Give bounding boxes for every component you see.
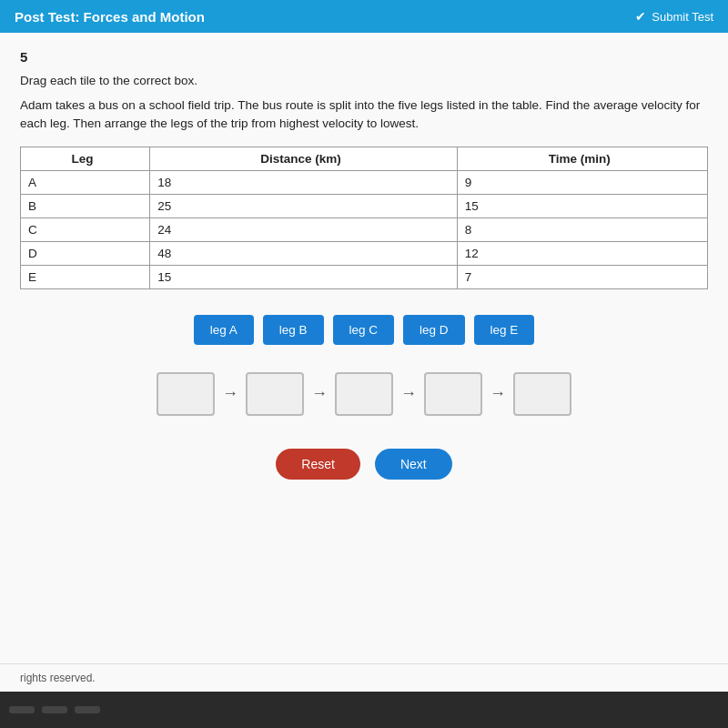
- question-number: 5: [20, 49, 708, 65]
- table-cell: C: [21, 217, 150, 241]
- page-title: Post Test: Forces and Motion: [15, 9, 205, 25]
- table-cell: 12: [457, 241, 707, 265]
- table-cell: 8: [457, 217, 707, 241]
- next-button[interactable]: Next: [375, 449, 452, 480]
- table-row: B2515: [21, 194, 708, 217]
- drop-zone-5[interactable]: [513, 372, 571, 416]
- table-cell: 25: [150, 194, 457, 217]
- submit-area: ✔ Submit Test: [635, 9, 713, 24]
- tile-legB[interactable]: leg B: [263, 315, 324, 345]
- col-header-distance: Distance (km): [150, 147, 457, 170]
- taskbar: [0, 692, 728, 728]
- table-row: A189: [21, 170, 708, 194]
- check-icon: ✔: [635, 9, 646, 24]
- footer-text: rights reserved.: [20, 672, 96, 684]
- col-header-time: Time (min): [457, 147, 707, 170]
- main-content: 5 Drag each tile to the correct box. Ada…: [0, 33, 728, 663]
- submit-label[interactable]: Submit Test: [652, 10, 713, 24]
- table-cell: 18: [150, 170, 457, 194]
- arrow-separator: →: [222, 384, 238, 403]
- table-cell: 15: [150, 265, 457, 288]
- arrow-separator: →: [400, 384, 417, 403]
- arrow-separator: →: [311, 384, 328, 403]
- tile-legA[interactable]: leg A: [194, 315, 254, 345]
- table-cell: 24: [150, 217, 457, 241]
- description-text: Adam takes a bus on a school field trip.…: [20, 96, 708, 134]
- taskbar-item-3[interactable]: [75, 706, 100, 713]
- col-header-leg: Leg: [21, 147, 150, 170]
- table-cell: A: [21, 170, 150, 194]
- table-row: E157: [21, 265, 708, 288]
- table-row: D4812: [21, 241, 708, 265]
- instruction-text: Drag each tile to the correct box.: [20, 74, 708, 87]
- drop-zone-2[interactable]: [246, 372, 304, 416]
- top-bar: Post Test: Forces and Motion ✔ Submit Te…: [0, 0, 728, 33]
- taskbar-item[interactable]: [9, 706, 35, 713]
- tile-legE[interactable]: leg E: [474, 315, 535, 345]
- reset-button[interactable]: Reset: [276, 449, 360, 480]
- drop-zone-3[interactable]: [335, 372, 393, 416]
- table-cell: 48: [150, 241, 457, 265]
- taskbar-item-2[interactable]: [42, 706, 67, 713]
- table-row: C248: [21, 217, 708, 241]
- bottom-buttons: Reset Next: [20, 449, 708, 480]
- table-cell: 15: [457, 194, 707, 217]
- table-cell: 7: [457, 265, 707, 288]
- footer: rights reserved.: [0, 663, 728, 692]
- table-cell: 9: [457, 170, 707, 194]
- arrow-separator: →: [490, 384, 506, 403]
- drop-zones-area: →→→→: [20, 372, 708, 416]
- table-cell: B: [21, 194, 150, 217]
- drop-zone-1[interactable]: [157, 372, 215, 416]
- drop-zone-4[interactable]: [424, 372, 482, 416]
- data-table: Leg Distance (km) Time (min) A189B2515C2…: [20, 147, 708, 289]
- table-cell: D: [21, 241, 150, 265]
- table-cell: E: [21, 265, 150, 288]
- tiles-area: leg Aleg Bleg Cleg Dleg E: [20, 315, 708, 345]
- tile-legC[interactable]: leg C: [333, 315, 395, 345]
- tile-legD[interactable]: leg D: [403, 315, 465, 345]
